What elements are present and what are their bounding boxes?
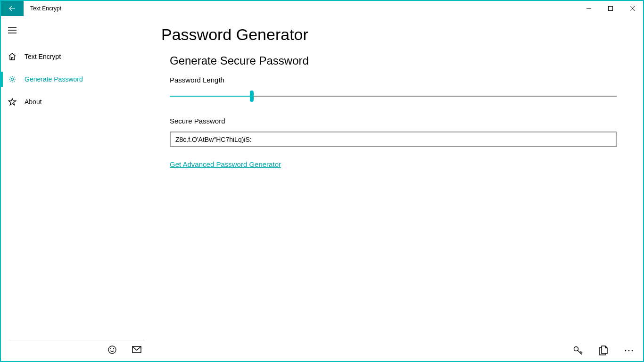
main-content: Password Generator Generate Secure Passw… [152,16,643,361]
close-button[interactable] [621,1,643,16]
length-slider[interactable] [170,90,617,102]
mail-button[interactable] [131,344,142,355]
svg-point-3 [111,349,111,349]
sidebar-item-text-encrypt[interactable]: Text Encrypt [1,45,152,68]
divider [8,340,144,340]
svg-point-1 [11,78,14,81]
page-title: Password Generator [161,25,617,44]
app-title: Text Encrypt [24,1,61,16]
sidebar-item-label: Text Encrypt [25,53,61,60]
svg-point-7 [625,350,627,352]
password-label: Secure Password [170,117,617,125]
feedback-button[interactable] [107,344,118,355]
gear-icon [8,74,17,84]
sidebar-item-about[interactable]: About [1,90,152,113]
star-icon [8,97,17,107]
advanced-link[interactable]: Get Advanced Password Generator [170,160,281,168]
minimize-button[interactable] [578,1,600,16]
length-label: Password Length [170,76,617,84]
svg-rect-0 [609,7,613,11]
more-button[interactable] [623,345,635,356]
sidebar: Text Encrypt Generate Password About [1,16,152,361]
command-bar [564,340,643,361]
back-button[interactable] [1,1,24,16]
svg-point-2 [108,346,116,354]
titlebar: Text Encrypt [1,1,643,16]
maximize-button[interactable] [600,1,621,16]
window-controls [578,1,643,16]
sidebar-item-label: About [25,98,42,106]
copy-button[interactable] [598,345,609,356]
svg-point-4 [114,349,114,349]
slider-thumb[interactable] [250,90,254,102]
svg-point-8 [628,350,630,352]
sidebar-item-label: Generate Password [25,75,83,83]
home-icon [8,52,17,61]
key-button[interactable] [572,345,584,356]
section-title: Generate Secure Password [170,54,617,67]
hamburger-button[interactable] [1,19,24,41]
slider-fill [170,96,252,97]
sidebar-item-generate-password[interactable]: Generate Password [1,68,152,90]
svg-point-9 [632,350,633,352]
password-output[interactable] [170,132,617,147]
